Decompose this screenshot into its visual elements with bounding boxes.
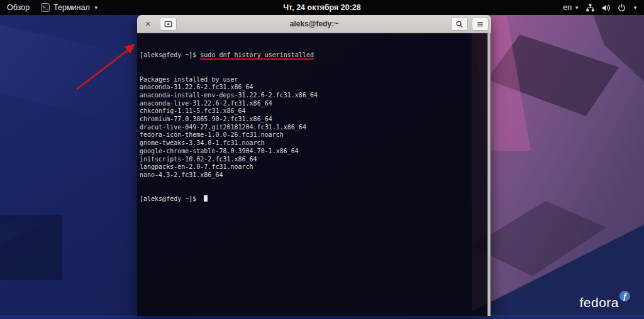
- search-icon: [455, 20, 464, 28]
- terminal-output-line: dracut-live-049-27.git20181204.fc31.1.x8…: [140, 124, 485, 132]
- terminal-output-line: langpacks-en-2.0-7.fc31.noarch: [140, 163, 485, 171]
- terminal-output-line: anaconda-live-31.22.6-2.fc31.x86_64: [140, 100, 485, 108]
- terminal-cursor: [204, 195, 208, 202]
- terminal-output-line: chkconfig-1.11-5.fc31.x86_64: [140, 107, 485, 116]
- search-button[interactable]: [451, 17, 468, 31]
- shell-prompt: [aleks@fedy ~]$: [140, 195, 200, 202]
- terminal-scrollbar[interactable]: [487, 33, 491, 316]
- keyboard-layout-label: en: [563, 3, 572, 12]
- shell-prompt: [aleks@fedy ~]$: [140, 51, 200, 58]
- terminal-prompt-line: [aleks@fedy ~]$: [140, 195, 485, 203]
- terminal-window: × aleks@fedy:~ [aleks@fedy ~]$ sudo dnf …: [137, 15, 491, 316]
- chevron-down-icon: ▼: [94, 5, 99, 11]
- terminal-output-line: initscripts-10.02-2.fc31.x86_64: [140, 156, 485, 164]
- terminal-output-line: gnome-tweaks-3.34.0-1.fc31.noarch: [140, 139, 485, 148]
- terminal-output-line: anaconda-31.22.6-2.fc31.x86_64: [140, 84, 485, 92]
- terminal-output-line: nano-4.3-2.fc31.x86_64: [140, 171, 485, 180]
- fedora-logo: fedora f: [579, 291, 630, 309]
- annotated-command: sudo dnf history userinstalled: [200, 51, 314, 60]
- gnome-top-bar: Обзор >_ Терминал ▼ Чт, 24 октября 20:28…: [0, 0, 644, 15]
- terminal-output-line: anaconda-install-env-deps-31.22.6-2.fc31…: [140, 92, 485, 100]
- terminal-output-line: fedora-icon-theme-1.0.0-26.fc31.noarch: [140, 131, 485, 139]
- terminal-output: Packages installed by useranaconda-31.22…: [140, 76, 485, 180]
- hamburger-menu-icon: [476, 20, 484, 28]
- terminal-command-line: [aleks@fedy ~]$ sudo dnf history userins…: [140, 51, 485, 60]
- chevron-down-icon: ▼: [633, 5, 638, 11]
- window-title: aleks@fedy:~: [137, 19, 491, 28]
- terminal-app-icon: >_: [41, 3, 50, 12]
- wallpaper-shape: [0, 215, 62, 280]
- close-window-button[interactable]: ×: [140, 17, 156, 31]
- volume-icon: [601, 3, 611, 13]
- fedora-wordmark: fedora: [579, 291, 619, 309]
- terminal-output-line: Packages installed by user: [140, 76, 485, 84]
- new-tab-icon: [164, 20, 172, 28]
- fedora-f-icon: f: [619, 291, 630, 301]
- terminal-titlebar[interactable]: × aleks@fedy:~: [137, 15, 491, 33]
- app-menu-terminal[interactable]: >_ Терминал ▼: [41, 3, 98, 12]
- chevron-down-icon: ▼: [574, 5, 579, 11]
- power-icon: [617, 3, 626, 13]
- keyboard-layout-indicator[interactable]: en ▼: [563, 3, 579, 12]
- network-wired-icon: [586, 3, 595, 13]
- terminal-screen[interactable]: [aleks@fedy ~]$ sudo dnf history userins…: [137, 33, 491, 316]
- terminal-output-line: google-chrome-stable-78.0.3904.70-1.x86_…: [140, 148, 485, 156]
- activities-button[interactable]: Обзор: [7, 3, 30, 12]
- terminal-output-line: chromium-77.0.3865.90-2.fc31.x86_64: [140, 116, 485, 124]
- system-status-area[interactable]: en ▼ ▼: [563, 0, 638, 15]
- app-menu-label: Терминал: [53, 3, 90, 12]
- new-tab-button[interactable]: [160, 17, 177, 31]
- menu-button[interactable]: [472, 17, 489, 31]
